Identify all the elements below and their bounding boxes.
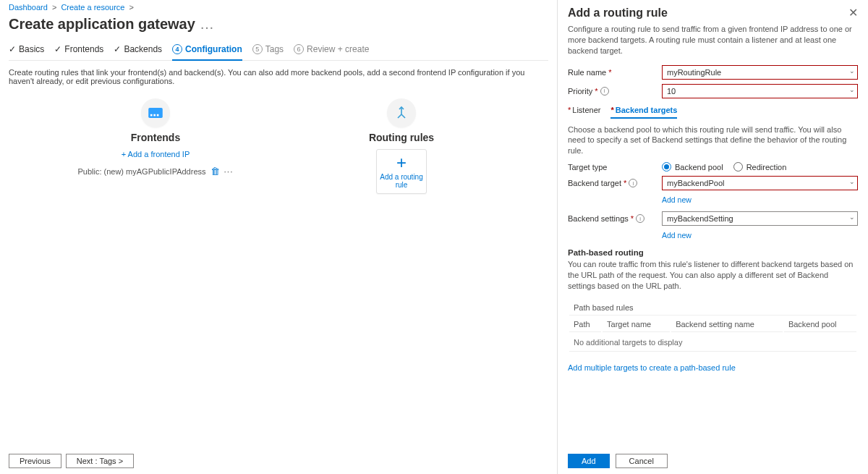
add-button[interactable]: Add — [568, 454, 610, 468]
panel-intro: Configure a routing rule to send traffic… — [568, 24, 858, 56]
path-rules-empty: No additional targets to display — [569, 334, 856, 352]
backend-settings-label: Backend settings * i — [568, 214, 662, 223]
rule-name-input[interactable] — [662, 65, 858, 80]
tab-configuration[interactable]: 4Configuration — [172, 40, 242, 60]
rule-name-label: Rule name * — [568, 68, 662, 77]
delete-icon[interactable]: 🗑 — [210, 166, 220, 177]
priority-label: Priority * i — [568, 87, 662, 96]
frontend-entry: Public: (new) myAGPublicIPAddress 🗑 ··· — [54, 166, 257, 177]
routing-icon — [387, 98, 416, 127]
breadcrumb-create-resource[interactable]: Create a resource — [61, 3, 124, 12]
target-type-backend-pool-radio[interactable]: Backend pool — [662, 162, 723, 172]
info-icon[interactable]: i — [636, 214, 644, 223]
tab-basics[interactable]: ✓Basics — [9, 40, 44, 60]
check-icon: ✓ — [54, 44, 61, 54]
add-routing-rule-card[interactable]: + Add a routing rule — [376, 149, 427, 194]
close-icon[interactable]: ✕ — [848, 6, 858, 20]
more-icon[interactable]: ··· — [224, 166, 234, 177]
add-new-backend-settings-link[interactable]: Add new — [662, 231, 692, 240]
target-type-label: Target type — [568, 163, 662, 172]
svg-rect-2 — [153, 114, 156, 117]
backend-help: Choose a backend pool to which this rout… — [568, 124, 858, 157]
add-new-backend-target-link[interactable]: Add new — [662, 195, 692, 204]
path-routing-heading: Path-based routing — [568, 248, 858, 257]
backend-settings-select[interactable]: myBackendSetting — [662, 211, 858, 226]
step-number-icon: 6 — [294, 44, 304, 54]
path-rules-table: Path based rules Path Target name Backen… — [568, 299, 858, 353]
priority-input[interactable] — [662, 84, 858, 98]
radio-checked-icon — [662, 162, 671, 172]
backend-target-select[interactable]: myBackendPool — [662, 176, 858, 190]
frontends-column: Frontends + Add a frontend IP Public: (n… — [54, 98, 257, 194]
col-target-name: Target name — [603, 317, 670, 332]
path-rules-header: Path based rules — [569, 300, 856, 316]
previous-button[interactable]: Previous — [9, 454, 61, 468]
step-number-icon: 4 — [172, 44, 182, 54]
wizard-tabs: ✓Basics ✓Frontends ✓Backends 4Configurat… — [9, 40, 548, 61]
tab-review[interactable]: 6Review + create — [294, 40, 369, 60]
backend-target-label: Backend target * i — [568, 179, 662, 187]
radio-unchecked-icon — [733, 162, 743, 172]
path-routing-help: You can route traffic from this rule's l… — [568, 259, 858, 292]
info-icon[interactable]: i — [600, 87, 609, 96]
page-title: Create application gateway… — [9, 13, 548, 40]
panel-title: Add a routing rule — [568, 7, 668, 20]
target-type-redirection-radio[interactable]: Redirection — [733, 162, 787, 172]
tab-frontends[interactable]: ✓Frontends — [54, 40, 103, 60]
next-button[interactable]: Next : Tags > — [66, 454, 134, 468]
sub-tab-backend-targets[interactable]: *Backend targets — [610, 103, 677, 119]
col-backend-pool: Backend pool — [784, 317, 856, 332]
check-icon: ✓ — [9, 44, 16, 54]
step-number-icon: 5 — [252, 44, 263, 54]
tab-backends[interactable]: ✓Backends — [114, 40, 162, 60]
svg-rect-1 — [150, 114, 153, 117]
add-frontend-ip-link[interactable]: + Add a frontend IP — [122, 150, 190, 158]
routing-rules-column: Routing rules + Add a routing rule — [300, 98, 503, 194]
routing-rules-title: Routing rules — [300, 132, 503, 143]
breadcrumb-dashboard[interactable]: Dashboard — [9, 3, 48, 12]
plus-icon: + — [396, 154, 407, 172]
breadcrumb: Dashboard > Create a resource > — [9, 0, 548, 13]
add-routing-rule-panel: Add a routing rule ✕ Configure a routing… — [557, 0, 868, 474]
svg-rect-3 — [157, 114, 159, 117]
info-icon[interactable]: i — [629, 179, 637, 187]
sub-tab-listener[interactable]: *Listener — [568, 103, 600, 119]
cancel-button[interactable]: Cancel — [616, 454, 668, 468]
frontends-title: Frontends — [54, 132, 257, 143]
config-description: Create routing rules that link your fron… — [9, 61, 548, 98]
add-multiple-targets-link[interactable]: Add multiple targets to create a path-ba… — [568, 363, 736, 372]
col-backend-setting: Backend setting name — [671, 317, 783, 332]
check-icon: ✓ — [114, 44, 121, 54]
frontends-icon — [141, 98, 170, 127]
tab-tags[interactable]: 5Tags — [252, 40, 284, 60]
col-path: Path — [569, 317, 601, 332]
svg-rect-0 — [148, 108, 163, 118]
